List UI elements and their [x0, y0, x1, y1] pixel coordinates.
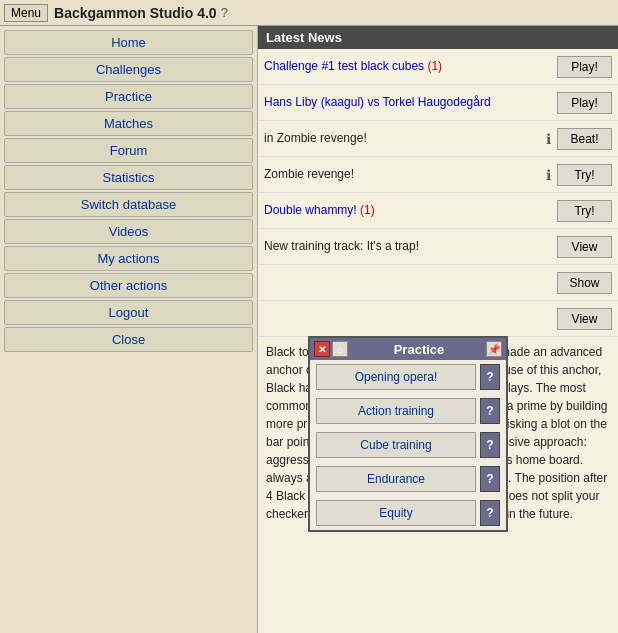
endurance-help[interactable]: ? [480, 466, 500, 492]
news-btn-1[interactable]: Play! [557, 56, 612, 78]
sidebar-item-challenges[interactable]: Challenges [4, 57, 253, 82]
news-item-2: Hans Liby (kaagul) vs Torkel Haugodegård… [258, 85, 618, 121]
practice-popup-header: ✕ ⌂ Practice 📌 [310, 338, 506, 360]
news-link-2[interactable]: Hans Liby (kaagul) vs Torkel Haugodegård [264, 95, 491, 109]
action-training-button[interactable]: Action training [316, 398, 476, 424]
endurance-button[interactable]: Endurance [316, 466, 476, 492]
sidebar-item-matches[interactable]: Matches [4, 111, 253, 136]
practice-popup-pin[interactable]: 📌 [486, 341, 502, 357]
news-text-5: Double whammy! (1) [264, 203, 557, 219]
news-btn-5[interactable]: Try! [557, 200, 612, 222]
practice-popup-title: Practice [352, 342, 486, 357]
news-header: Latest News [258, 26, 618, 49]
sidebar-item-close[interactable]: Close [4, 327, 253, 352]
menu-button[interactable]: Menu [4, 4, 48, 22]
sidebar-item-other-actions[interactable]: Other actions [4, 273, 253, 298]
news-btn-3[interactable]: Beat! [557, 128, 612, 150]
sidebar-item-videos[interactable]: Videos [4, 219, 253, 244]
sidebar-item-practice[interactable]: Practice [4, 84, 253, 109]
news-btn-7[interactable]: Show [557, 272, 612, 294]
pp-row-5: Equity ? [310, 496, 506, 530]
news-text-2: Hans Liby (kaagul) vs Torkel Haugodegård [264, 95, 557, 111]
news-btn-4[interactable]: Try! [557, 164, 612, 186]
sidebar-item-switch-database[interactable]: Switch database [4, 192, 253, 217]
opening-opera-button[interactable]: Opening opera! [316, 364, 476, 390]
sidebar-item-forum[interactable]: Forum [4, 138, 253, 163]
practice-popup: ✕ ⌂ Practice 📌 Opening opera! ? Action t… [308, 336, 508, 532]
news-item-8: View [258, 301, 618, 337]
equity-help[interactable]: ? [480, 500, 500, 526]
news-info-icon-4[interactable]: ℹ [546, 167, 551, 183]
sidebar-item-statistics[interactable]: Statistics [4, 165, 253, 190]
top-bar: Menu Backgammon Studio 4.0 ? [0, 0, 618, 26]
news-link-3: in Zombie revenge! [264, 131, 367, 145]
news-btn-8[interactable]: View [557, 308, 612, 330]
news-text-4: Zombie revenge! [264, 167, 540, 183]
news-btn-6[interactable]: View [557, 236, 612, 258]
pp-row-4: Endurance ? [310, 462, 506, 496]
news-link-1[interactable]: Challenge #1 test black cubes [264, 59, 424, 73]
practice-popup-home[interactable]: ⌂ [332, 341, 348, 357]
news-badge-5: (1) [360, 203, 375, 217]
news-text-6: New training track: It's a trap! [264, 239, 557, 255]
news-link-5[interactable]: Double whammy! [264, 203, 357, 217]
news-item-4: Zombie revenge! ℹ Try! [258, 157, 618, 193]
news-info-icon-3[interactable]: ℹ [546, 131, 551, 147]
sidebar-item-home[interactable]: Home [4, 30, 253, 55]
news-item-7: Show [258, 265, 618, 301]
content: Latest News Challenge #1 test black cube… [258, 26, 618, 633]
news-link-6: New training track: It's a trap! [264, 239, 419, 253]
pp-row-3: Cube training ? [310, 428, 506, 462]
news-item-6: New training track: It's a trap! View [258, 229, 618, 265]
sidebar: Home Challenges Practice Matches Forum S… [0, 26, 258, 633]
news-text-1: Challenge #1 test black cubes (1) [264, 59, 557, 75]
news-btn-2[interactable]: Play! [557, 92, 612, 114]
sidebar-item-logout[interactable]: Logout [4, 300, 253, 325]
sidebar-item-my-actions[interactable]: My actions [4, 246, 253, 271]
app-title: Backgammon Studio 4.0 [54, 5, 217, 21]
news-link-4: Zombie revenge! [264, 167, 354, 181]
opening-opera-help[interactable]: ? [480, 364, 500, 390]
news-badge-1: (1) [427, 59, 442, 73]
main-layout: Home Challenges Practice Matches Forum S… [0, 26, 618, 633]
equity-button[interactable]: Equity [316, 500, 476, 526]
news-item-1: Challenge #1 test black cubes (1) Play! [258, 49, 618, 85]
practice-popup-close[interactable]: ✕ [314, 341, 330, 357]
news-item-5: Double whammy! (1) Try! [258, 193, 618, 229]
pp-row-1: Opening opera! ? [310, 360, 506, 394]
help-icon[interactable]: ? [221, 5, 228, 20]
cube-training-help[interactable]: ? [480, 432, 500, 458]
news-item-3: in Zombie revenge! ℹ Beat! [258, 121, 618, 157]
action-training-help[interactable]: ? [480, 398, 500, 424]
cube-training-button[interactable]: Cube training [316, 432, 476, 458]
news-text-3: in Zombie revenge! [264, 131, 540, 147]
pp-row-2: Action training ? [310, 394, 506, 428]
